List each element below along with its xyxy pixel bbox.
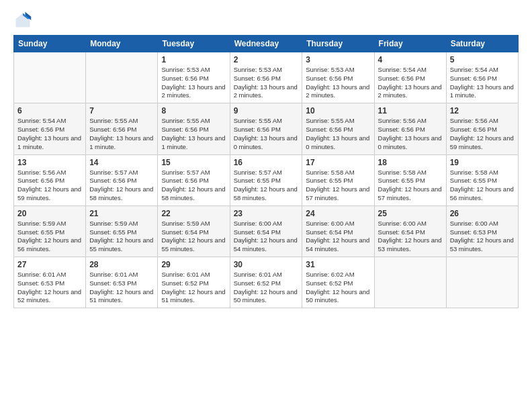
calendar-day-cell: 11Sunrise: 5:56 AMSunset: 6:56 PMDayligh… — [374, 103, 446, 154]
day-number: 25 — [378, 209, 443, 218]
day-number: 17 — [306, 158, 370, 167]
day-info: Sunrise: 5:55 AMSunset: 6:56 PMDaylight:… — [89, 117, 154, 151]
calendar-day-cell: 6Sunrise: 5:54 AMSunset: 6:56 PMDaylight… — [14, 103, 86, 154]
day-info: Sunrise: 6:01 AMSunset: 6:52 PMDaylight:… — [161, 271, 226, 305]
logo-icon — [13, 11, 32, 30]
day-number: 9 — [234, 106, 299, 116]
calendar-day-cell: 30Sunrise: 6:01 AMSunset: 6:52 PMDayligh… — [230, 257, 302, 308]
day-number: 3 — [306, 55, 370, 64]
calendar-day-cell: 5Sunrise: 5:54 AMSunset: 6:56 PMDaylight… — [446, 52, 518, 103]
day-info: Sunrise: 5:58 AMSunset: 6:55 PMDaylight:… — [378, 169, 443, 203]
calendar-day-cell: 27Sunrise: 6:01 AMSunset: 6:53 PMDayligh… — [14, 257, 86, 308]
calendar-day-cell: 4Sunrise: 5:54 AMSunset: 6:56 PMDaylight… — [374, 52, 446, 103]
day-info: Sunrise: 6:02 AMSunset: 6:52 PMDaylight:… — [306, 271, 370, 305]
day-number: 20 — [17, 209, 82, 218]
day-number: 8 — [161, 106, 226, 116]
weekday-header: Wednesday — [230, 36, 302, 52]
calendar-day-cell: 21Sunrise: 5:59 AMSunset: 6:55 PMDayligh… — [86, 205, 158, 257]
day-info: Sunrise: 5:53 AMSunset: 6:56 PMDaylight:… — [306, 66, 370, 100]
calendar-table: SundayMondayTuesdayWednesdayThursdayFrid… — [13, 35, 519, 308]
weekday-header: Thursday — [302, 36, 374, 52]
calendar-day-cell: 1Sunrise: 5:53 AMSunset: 6:56 PMDaylight… — [158, 52, 230, 103]
day-info: Sunrise: 6:01 AMSunset: 6:52 PMDaylight:… — [234, 271, 299, 305]
day-number: 14 — [89, 158, 154, 167]
day-number: 11 — [378, 106, 443, 116]
day-info: Sunrise: 5:56 AMSunset: 6:56 PMDaylight:… — [378, 117, 443, 151]
day-info: Sunrise: 5:57 AMSunset: 6:56 PMDaylight:… — [89, 169, 154, 203]
day-number: 10 — [306, 106, 370, 116]
day-info: Sunrise: 5:54 AMSunset: 6:56 PMDaylight:… — [17, 117, 82, 151]
weekday-header: Sunday — [14, 36, 86, 52]
calendar-day-cell: 9Sunrise: 5:55 AMSunset: 6:56 PMDaylight… — [230, 103, 302, 154]
calendar-day-cell — [86, 52, 158, 103]
day-info: Sunrise: 5:56 AMSunset: 6:56 PMDaylight:… — [17, 169, 82, 203]
day-number: 28 — [89, 260, 154, 269]
header — [13, 11, 519, 30]
calendar-day-cell: 22Sunrise: 5:59 AMSunset: 6:54 PMDayligh… — [158, 205, 230, 257]
calendar-day-cell: 26Sunrise: 6:00 AMSunset: 6:53 PMDayligh… — [446, 205, 518, 257]
calendar-day-cell: 14Sunrise: 5:57 AMSunset: 6:56 PMDayligh… — [86, 154, 158, 205]
day-info: Sunrise: 5:54 AMSunset: 6:56 PMDaylight:… — [450, 66, 515, 100]
day-number: 31 — [306, 260, 370, 269]
day-number: 24 — [306, 209, 370, 218]
day-info: Sunrise: 5:55 AMSunset: 6:56 PMDaylight:… — [234, 117, 299, 151]
calendar-day-cell: 15Sunrise: 5:57 AMSunset: 6:56 PMDayligh… — [158, 154, 230, 205]
calendar-day-cell: 23Sunrise: 6:00 AMSunset: 6:54 PMDayligh… — [230, 205, 302, 257]
day-number: 4 — [378, 55, 443, 64]
day-info: Sunrise: 5:55 AMSunset: 6:56 PMDaylight:… — [306, 117, 370, 151]
calendar-day-cell: 28Sunrise: 6:01 AMSunset: 6:53 PMDayligh… — [86, 257, 158, 308]
calendar-day-cell: 12Sunrise: 5:56 AMSunset: 6:56 PMDayligh… — [446, 103, 518, 154]
day-info: Sunrise: 6:01 AMSunset: 6:53 PMDaylight:… — [17, 271, 82, 305]
day-number: 5 — [450, 55, 515, 64]
calendar-day-cell: 10Sunrise: 5:55 AMSunset: 6:56 PMDayligh… — [302, 103, 374, 154]
day-number: 15 — [161, 158, 226, 167]
day-info: Sunrise: 6:00 AMSunset: 6:54 PMDaylight:… — [378, 220, 443, 254]
calendar-day-cell: 13Sunrise: 5:56 AMSunset: 6:56 PMDayligh… — [14, 154, 86, 205]
calendar-day-cell: 31Sunrise: 6:02 AMSunset: 6:52 PMDayligh… — [302, 257, 374, 308]
day-info: Sunrise: 6:00 AMSunset: 6:54 PMDaylight:… — [234, 220, 299, 254]
day-info: Sunrise: 5:58 AMSunset: 6:55 PMDaylight:… — [450, 169, 515, 203]
calendar-day-cell: 8Sunrise: 5:55 AMSunset: 6:56 PMDaylight… — [158, 103, 230, 154]
calendar-day-cell: 7Sunrise: 5:55 AMSunset: 6:56 PMDaylight… — [86, 103, 158, 154]
calendar-day-cell: 18Sunrise: 5:58 AMSunset: 6:55 PMDayligh… — [374, 154, 446, 205]
day-info: Sunrise: 5:58 AMSunset: 6:55 PMDaylight:… — [306, 169, 370, 203]
page: SundayMondayTuesdayWednesdayThursdayFrid… — [0, 0, 532, 411]
day-info: Sunrise: 5:57 AMSunset: 6:55 PMDaylight:… — [234, 169, 299, 203]
day-number: 7 — [89, 106, 154, 116]
day-number: 13 — [17, 158, 82, 167]
day-number: 26 — [450, 209, 515, 218]
day-number: 29 — [161, 260, 226, 269]
calendar-day-cell: 29Sunrise: 6:01 AMSunset: 6:52 PMDayligh… — [158, 257, 230, 308]
day-number: 23 — [234, 209, 299, 218]
day-info: Sunrise: 5:53 AMSunset: 6:56 PMDaylight:… — [234, 66, 299, 100]
day-number: 18 — [378, 158, 443, 167]
day-number: 22 — [161, 209, 226, 218]
calendar-day-cell: 2Sunrise: 5:53 AMSunset: 6:56 PMDaylight… — [230, 52, 302, 103]
calendar-week-row: 27Sunrise: 6:01 AMSunset: 6:53 PMDayligh… — [14, 257, 519, 308]
day-info: Sunrise: 6:01 AMSunset: 6:53 PMDaylight:… — [89, 271, 154, 305]
calendar-day-cell — [446, 257, 518, 308]
day-number: 12 — [450, 106, 515, 116]
calendar-day-cell: 20Sunrise: 5:59 AMSunset: 6:55 PMDayligh… — [14, 205, 86, 257]
day-number: 16 — [234, 158, 299, 167]
calendar-week-row: 20Sunrise: 5:59 AMSunset: 6:55 PMDayligh… — [14, 205, 519, 257]
calendar-week-row: 6Sunrise: 5:54 AMSunset: 6:56 PMDaylight… — [14, 103, 519, 154]
day-info: Sunrise: 6:00 AMSunset: 6:54 PMDaylight:… — [306, 220, 370, 254]
logo — [13, 11, 35, 30]
weekday-header: Friday — [374, 36, 446, 52]
weekday-header: Tuesday — [158, 36, 230, 52]
day-number: 21 — [89, 209, 154, 218]
day-info: Sunrise: 5:59 AMSunset: 6:54 PMDaylight:… — [161, 220, 226, 254]
day-number: 19 — [450, 158, 515, 167]
day-info: Sunrise: 5:55 AMSunset: 6:56 PMDaylight:… — [161, 117, 226, 151]
day-info: Sunrise: 5:53 AMSunset: 6:56 PMDaylight:… — [161, 66, 226, 100]
weekday-header: Monday — [86, 36, 158, 52]
calendar-day-cell: 3Sunrise: 5:53 AMSunset: 6:56 PMDaylight… — [302, 52, 374, 103]
calendar-day-cell — [374, 257, 446, 308]
weekday-header-row: SundayMondayTuesdayWednesdayThursdayFrid… — [14, 36, 519, 52]
calendar-week-row: 13Sunrise: 5:56 AMSunset: 6:56 PMDayligh… — [14, 154, 519, 205]
calendar-day-cell: 25Sunrise: 6:00 AMSunset: 6:54 PMDayligh… — [374, 205, 446, 257]
calendar-week-row: 1Sunrise: 5:53 AMSunset: 6:56 PMDaylight… — [14, 52, 519, 103]
calendar-day-cell: 19Sunrise: 5:58 AMSunset: 6:55 PMDayligh… — [446, 154, 518, 205]
weekday-header: Saturday — [446, 36, 518, 52]
